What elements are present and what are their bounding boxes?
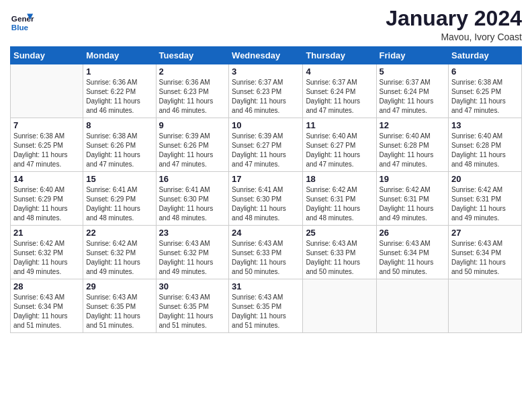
location: Mavou, Ivory Coast (386, 32, 522, 42)
day-info: Sunrise: 6:42 AMSunset: 6:32 PMDaylight:… (86, 239, 152, 277)
day-number: 8 (86, 120, 152, 130)
day-info: Sunrise: 6:41 AMSunset: 6:30 PMDaylight:… (232, 185, 300, 223)
day-number: 26 (380, 228, 446, 238)
calendar-week-3: 14Sunrise: 6:40 AMSunset: 6:29 PMDayligh… (11, 172, 522, 226)
calendar-week-4: 21Sunrise: 6:42 AMSunset: 6:32 PMDayligh… (11, 226, 522, 279)
calendar-cell: 2Sunrise: 6:36 AMSunset: 6:23 PMDaylight… (156, 64, 229, 118)
day-info: Sunrise: 6:43 AMSunset: 6:33 PMDaylight:… (232, 239, 300, 277)
day-number: 23 (159, 228, 226, 238)
day-number: 1 (86, 66, 152, 77)
day-info: Sunrise: 6:43 AMSunset: 6:35 PMDaylight:… (86, 293, 152, 330)
calendar-cell: 22Sunrise: 6:42 AMSunset: 6:32 PMDayligh… (83, 226, 156, 279)
calendar-cell: 24Sunrise: 6:43 AMSunset: 6:33 PMDayligh… (229, 226, 303, 279)
day-info: Sunrise: 6:42 AMSunset: 6:32 PMDaylight:… (13, 239, 80, 277)
calendar-cell (376, 279, 449, 333)
day-number: 16 (159, 174, 226, 184)
col-friday: Friday (376, 47, 449, 64)
calendar-cell: 20Sunrise: 6:42 AMSunset: 6:31 PMDayligh… (449, 172, 522, 226)
day-info: Sunrise: 6:38 AMSunset: 6:26 PMDaylight:… (86, 132, 152, 169)
day-info: Sunrise: 6:40 AMSunset: 6:27 PMDaylight:… (306, 132, 373, 169)
day-number: 24 (232, 228, 300, 238)
day-info: Sunrise: 6:39 AMSunset: 6:26 PMDaylight:… (159, 132, 226, 169)
logo: General Blue (10, 11, 34, 35)
logo-icon: General Blue (10, 11, 34, 35)
calendar-cell: 15Sunrise: 6:41 AMSunset: 6:29 PMDayligh… (83, 172, 156, 226)
col-thursday: Thursday (303, 47, 376, 64)
calendar-week-2: 7Sunrise: 6:38 AMSunset: 6:25 PMDaylight… (11, 118, 522, 172)
page: General Blue January 2024 Mavou, Ivory C… (0, 0, 532, 411)
day-info: Sunrise: 6:36 AMSunset: 6:22 PMDaylight:… (86, 78, 152, 116)
day-info: Sunrise: 6:42 AMSunset: 6:31 PMDaylight:… (380, 185, 446, 223)
day-number: 25 (306, 228, 373, 238)
day-info: Sunrise: 6:37 AMSunset: 6:23 PMDaylight:… (232, 78, 300, 116)
calendar-cell: 13Sunrise: 6:40 AMSunset: 6:28 PMDayligh… (449, 118, 522, 172)
col-monday: Monday (83, 47, 156, 64)
day-number: 4 (306, 66, 373, 77)
calendar-cell: 11Sunrise: 6:40 AMSunset: 6:27 PMDayligh… (303, 118, 376, 172)
title-section: January 2024 Mavou, Ivory Coast (386, 7, 522, 42)
day-number: 20 (451, 174, 519, 184)
day-info: Sunrise: 6:38 AMSunset: 6:25 PMDaylight:… (13, 132, 80, 169)
day-number: 5 (380, 66, 446, 77)
calendar-cell: 27Sunrise: 6:43 AMSunset: 6:34 PMDayligh… (449, 226, 522, 279)
calendar-cell: 10Sunrise: 6:39 AMSunset: 6:27 PMDayligh… (229, 118, 303, 172)
calendar-cell (449, 279, 522, 333)
calendar-cell: 8Sunrise: 6:38 AMSunset: 6:26 PMDaylight… (83, 118, 156, 172)
day-number: 9 (159, 120, 226, 130)
calendar-cell: 3Sunrise: 6:37 AMSunset: 6:23 PMDaylight… (229, 64, 303, 118)
calendar-cell: 25Sunrise: 6:43 AMSunset: 6:33 PMDayligh… (303, 226, 376, 279)
calendar-cell: 18Sunrise: 6:42 AMSunset: 6:31 PMDayligh… (303, 172, 376, 226)
day-info: Sunrise: 6:43 AMSunset: 6:32 PMDaylight:… (159, 239, 226, 277)
day-number: 18 (306, 174, 373, 184)
calendar-header-row: Sunday Monday Tuesday Wednesday Thursday… (11, 47, 522, 64)
svg-text:Blue: Blue (11, 23, 29, 32)
calendar-week-1: 1Sunrise: 6:36 AMSunset: 6:22 PMDaylight… (11, 64, 522, 118)
day-number: 17 (232, 174, 300, 184)
day-info: Sunrise: 6:40 AMSunset: 6:29 PMDaylight:… (13, 185, 80, 223)
calendar-cell: 21Sunrise: 6:42 AMSunset: 6:32 PMDayligh… (11, 226, 83, 279)
calendar-cell: 14Sunrise: 6:40 AMSunset: 6:29 PMDayligh… (11, 172, 83, 226)
calendar-cell: 5Sunrise: 6:37 AMSunset: 6:24 PMDaylight… (376, 64, 449, 118)
calendar-table: Sunday Monday Tuesday Wednesday Thursday… (10, 46, 522, 333)
day-number: 13 (451, 120, 519, 130)
col-tuesday: Tuesday (156, 47, 229, 64)
day-info: Sunrise: 6:37 AMSunset: 6:24 PMDaylight:… (380, 78, 446, 116)
calendar-cell: 12Sunrise: 6:40 AMSunset: 6:28 PMDayligh… (376, 118, 449, 172)
calendar-cell: 4Sunrise: 6:37 AMSunset: 6:24 PMDaylight… (303, 64, 376, 118)
day-info: Sunrise: 6:43 AMSunset: 6:34 PMDaylight:… (13, 293, 80, 330)
calendar-cell: 31Sunrise: 6:43 AMSunset: 6:35 PMDayligh… (229, 279, 303, 333)
day-number: 19 (380, 174, 446, 184)
col-wednesday: Wednesday (229, 47, 303, 64)
day-number: 31 (232, 281, 300, 291)
calendar-cell: 9Sunrise: 6:39 AMSunset: 6:26 PMDaylight… (156, 118, 229, 172)
day-info: Sunrise: 6:40 AMSunset: 6:28 PMDaylight:… (380, 132, 446, 169)
day-info: Sunrise: 6:42 AMSunset: 6:31 PMDaylight:… (306, 185, 373, 223)
day-info: Sunrise: 6:43 AMSunset: 6:35 PMDaylight:… (232, 293, 300, 330)
day-number: 7 (13, 120, 80, 130)
day-number: 3 (232, 66, 300, 77)
day-info: Sunrise: 6:43 AMSunset: 6:34 PMDaylight:… (380, 239, 446, 277)
calendar-cell: 30Sunrise: 6:43 AMSunset: 6:35 PMDayligh… (156, 279, 229, 333)
day-info: Sunrise: 6:40 AMSunset: 6:28 PMDaylight:… (451, 132, 519, 169)
day-number: 28 (13, 281, 80, 291)
calendar-cell: 1Sunrise: 6:36 AMSunset: 6:22 PMDaylight… (83, 64, 156, 118)
day-info: Sunrise: 6:43 AMSunset: 6:35 PMDaylight:… (159, 293, 226, 330)
day-number: 10 (232, 120, 300, 130)
calendar-cell: 28Sunrise: 6:43 AMSunset: 6:34 PMDayligh… (11, 279, 83, 333)
day-info: Sunrise: 6:38 AMSunset: 6:25 PMDaylight:… (451, 78, 519, 116)
month-title: January 2024 (386, 7, 522, 30)
calendar-week-5: 28Sunrise: 6:43 AMSunset: 6:34 PMDayligh… (11, 279, 522, 333)
calendar-cell: 26Sunrise: 6:43 AMSunset: 6:34 PMDayligh… (376, 226, 449, 279)
day-info: Sunrise: 6:42 AMSunset: 6:31 PMDaylight:… (451, 185, 519, 223)
day-number: 11 (306, 120, 373, 130)
day-number: 30 (159, 281, 226, 291)
day-number: 29 (86, 281, 152, 291)
day-number: 27 (451, 228, 519, 238)
calendar-cell: 6Sunrise: 6:38 AMSunset: 6:25 PMDaylight… (449, 64, 522, 118)
calendar-cell: 19Sunrise: 6:42 AMSunset: 6:31 PMDayligh… (376, 172, 449, 226)
day-number: 6 (451, 66, 519, 77)
day-number: 2 (159, 66, 226, 77)
day-info: Sunrise: 6:36 AMSunset: 6:23 PMDaylight:… (159, 78, 226, 116)
day-info: Sunrise: 6:39 AMSunset: 6:27 PMDaylight:… (232, 132, 300, 169)
header: General Blue January 2024 Mavou, Ivory C… (10, 7, 522, 42)
